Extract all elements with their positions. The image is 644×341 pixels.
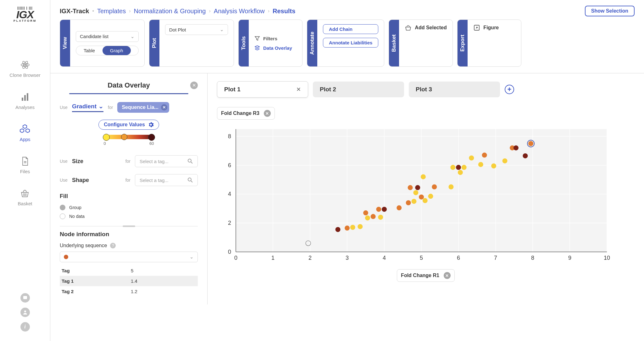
svg-point-67 (428, 194, 433, 199)
kv-row: Tag 11.4 (60, 276, 198, 286)
y-axis-chip[interactable]: Fold Change R3✕ (217, 107, 275, 120)
svg-point-3 (25, 64, 26, 65)
toggle-table[interactable]: Table (76, 46, 103, 55)
svg-point-62 (413, 190, 418, 195)
plot-tab-2[interactable]: Plot 2 (313, 82, 404, 97)
resize-handle[interactable] (60, 226, 198, 226)
add-chain-button[interactable]: Add Chain (323, 24, 378, 34)
view-mode-select[interactable]: Candidate list⌄ (76, 31, 139, 42)
scatter-plot[interactable]: 01234567891002468 (217, 126, 613, 264)
svg-point-77 (491, 163, 496, 168)
svg-point-11 (188, 178, 191, 181)
svg-text:4: 4 (383, 255, 386, 261)
table-graph-toggle[interactable]: Table Graph (76, 46, 139, 55)
legend-group: Group (60, 205, 198, 210)
data-overlay-link[interactable]: Data Overlay (254, 45, 297, 51)
gradient-min: 0 (104, 141, 106, 146)
gradient-tag-chip[interactable]: Sequence Lia...✕ (117, 102, 169, 113)
search-icon (187, 177, 193, 183)
svg-point-53 (365, 215, 370, 220)
plot-tab-1[interactable]: Plot 1✕ (217, 81, 308, 98)
bars-icon (20, 92, 30, 102)
show-selection-button[interactable]: Show Selection (585, 6, 635, 16)
rail-item-clone-browser[interactable]: Clone Browser (9, 60, 40, 78)
intercom-icon[interactable] (20, 293, 30, 303)
plot-area: Plot 1✕ Plot 2 Plot 3 + Fold Change R3✕ … (208, 73, 644, 304)
shape-label: Shape (72, 177, 89, 184)
svg-point-72 (458, 170, 463, 175)
plot-type-select[interactable]: Dot Plot⌄ (165, 24, 228, 35)
node-info-header: Node information (60, 231, 198, 238)
rail-item-files[interactable]: Files (20, 156, 30, 174)
user-avatar-icon[interactable] (20, 308, 30, 317)
for-label: for (108, 105, 113, 110)
svg-point-78 (502, 158, 508, 163)
atom-icon (20, 60, 30, 70)
svg-point-56 (378, 215, 383, 220)
basket-add-icon (405, 24, 412, 31)
help-icon[interactable]: ? (110, 243, 116, 248)
svg-point-51 (358, 224, 363, 229)
svg-text:0: 0 (234, 255, 237, 261)
svg-point-75 (478, 162, 483, 167)
card-tab-view: View (60, 20, 70, 66)
chevron-down-icon: ⌄ (98, 103, 103, 110)
card-tab-annotate: Annotate (307, 20, 317, 66)
svg-point-69 (448, 185, 453, 190)
remove-axis-icon[interactable]: ✕ (264, 110, 271, 117)
add-plot-button[interactable]: + (505, 85, 514, 94)
card-basket: Basket Add Selected (389, 20, 453, 67)
fill-header: Fill (60, 193, 198, 200)
use-label: Use (60, 105, 68, 110)
toggle-graph[interactable]: Graph (103, 46, 131, 55)
svg-point-82 (528, 141, 533, 146)
svg-point-68 (432, 185, 437, 190)
svg-point-63 (415, 185, 420, 190)
underlying-sequence-select[interactable]: ⌄ (60, 252, 198, 262)
add-selected-button[interactable]: Add Selected (405, 24, 447, 31)
svg-text:6: 6 (457, 255, 460, 261)
card-export: Export Figure (457, 20, 521, 67)
svg-point-73 (462, 165, 467, 170)
size-tag-select[interactable]: Select a tag... (135, 155, 198, 167)
remove-chip-icon[interactable]: ✕ (161, 104, 167, 111)
plot-tab-3[interactable]: Plot 3 (409, 82, 500, 97)
layers-icon (254, 45, 260, 51)
info-icon[interactable]: i (20, 322, 30, 332)
gradient-max: 60 (149, 141, 154, 146)
breadcrumb-normalization[interactable]: Normalization & Grouping (134, 8, 206, 15)
configure-values-button[interactable]: Configure Values (98, 120, 159, 130)
rail-item-basket[interactable]: Basket (18, 188, 32, 206)
export-figure-button[interactable]: Figure (473, 24, 515, 31)
card-tab-basket: Basket (389, 20, 399, 66)
toolbar: View Candidate list⌄ Table Graph Plot Do… (50, 20, 644, 73)
svg-text:8: 8 (228, 133, 231, 139)
underlying-sequence-label: Underlying sequence (60, 243, 107, 248)
svg-point-70 (450, 165, 455, 170)
rail-item-analyses[interactable]: Analyses (15, 92, 35, 110)
svg-point-55 (376, 207, 381, 212)
brand-logo: |||||| | ||| IGX PLATFORM (8, 6, 42, 22)
file-icon (20, 156, 30, 166)
kv-row: Tag5 (60, 265, 198, 276)
svg-rect-4 (22, 98, 23, 101)
breadcrumb-analysis-workflow[interactable]: Analysis Workflow (214, 8, 265, 15)
card-tab-export: Export (458, 20, 468, 66)
svg-point-60 (408, 185, 413, 190)
rail-item-apps[interactable]: Apps (19, 124, 30, 142)
x-axis-chip[interactable]: Fold Change R1✕ (397, 269, 455, 282)
svg-point-54 (371, 214, 376, 219)
svg-text:2: 2 (308, 255, 312, 261)
remove-axis-icon[interactable]: ✕ (444, 272, 451, 279)
data-overlay-panel: Data Overlay ✕ Use Gradient⌄ for Sequenc… (50, 73, 208, 304)
sequence-color-dot (64, 255, 68, 259)
svg-text:5: 5 (420, 255, 423, 261)
close-tab-icon[interactable]: ✕ (296, 86, 301, 93)
shape-tag-select[interactable]: Select a tag... (135, 174, 198, 186)
annotate-liabilities-button[interactable]: Annotate Liabilities (323, 38, 378, 48)
gradient-dropdown[interactable]: Gradient⌄ (72, 103, 103, 112)
breadcrumb-templates[interactable]: Templates (97, 8, 126, 15)
filters-link[interactable]: Filters (254, 36, 297, 41)
svg-point-65 (421, 174, 426, 179)
close-panel-button[interactable]: ✕ (190, 82, 198, 89)
